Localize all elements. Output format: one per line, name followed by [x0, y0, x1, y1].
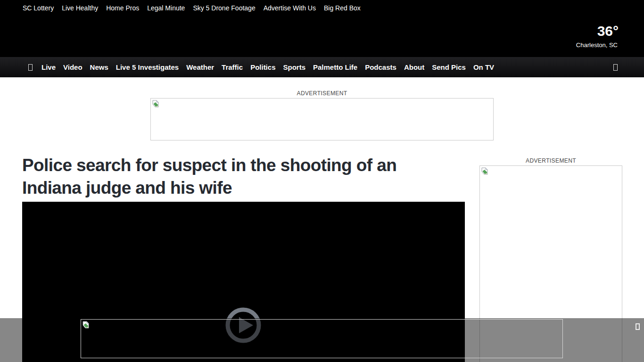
top-advertisement-label: ADVERTISEMENT — [0, 90, 644, 97]
overlay-ad-slot[interactable] — [81, 319, 563, 358]
top-ad-slot[interactable] — [150, 98, 494, 140]
broken-image-icon — [152, 100, 159, 108]
search-icon[interactable] — [613, 64, 618, 71]
nav-item-live[interactable]: Live — [41, 63, 56, 71]
weather-location: Charleston, SC — [576, 41, 618, 49]
nav-item-politics[interactable]: Politics — [250, 63, 275, 71]
nav-item-live5-investigates[interactable]: Live 5 Investigates — [116, 63, 179, 71]
nav-item-traffic[interactable]: Traffic — [222, 63, 243, 71]
broken-image-icon — [481, 167, 488, 175]
nav-item-palmetto-life[interactable]: Palmetto Life — [313, 63, 357, 71]
nav-item-send-pics[interactable]: Send Pics — [432, 63, 466, 71]
weather-temperature: 36° — [576, 24, 619, 39]
nav-item-podcasts[interactable]: Podcasts — [365, 63, 396, 71]
top-link-advertise[interactable]: Advertise With Us — [264, 4, 316, 12]
nav-item-about[interactable]: About — [404, 63, 424, 71]
top-link-sc-lottery[interactable]: SC Lottery — [23, 4, 54, 12]
broken-image-icon — [83, 321, 90, 329]
nav-item-video[interactable]: Video — [63, 63, 83, 71]
nav-item-news[interactable]: News — [90, 63, 108, 71]
top-link-big-red-box[interactable]: Big Red Box — [324, 4, 361, 12]
nav-item-weather[interactable]: Weather — [186, 63, 214, 71]
top-link-live-healthy[interactable]: Live Healthy — [62, 4, 98, 12]
page: SC Lottery Live Healthy Home Pros Legal … — [0, 0, 644, 362]
nav-item-on-tv[interactable]: On TV — [473, 63, 494, 71]
nav-item-sports[interactable]: Sports — [283, 63, 305, 71]
top-link-home-pros[interactable]: Home Pros — [106, 4, 139, 12]
article-headline: Police search for suspect in the shootin… — [22, 154, 456, 199]
main-nav: Live Video News Live 5 Investigates Weat… — [0, 57, 644, 77]
top-link-sky5-drone[interactable]: Sky 5 Drone Footage — [193, 4, 255, 12]
top-links-bar: SC Lottery Live Healthy Home Pros Legal … — [23, 4, 361, 12]
sidebar-advertisement-label: ADVERTISEMENT — [479, 157, 622, 164]
top-link-legal-minute[interactable]: Legal Minute — [147, 4, 185, 12]
site-header: SC Lottery Live Healthy Home Pros Legal … — [0, 0, 644, 57]
menu-icon[interactable] — [28, 64, 33, 71]
close-icon[interactable] — [636, 323, 640, 330]
weather-widget[interactable]: 36° Charleston, SC — [576, 24, 619, 49]
bottom-ad-overlay — [0, 318, 644, 362]
